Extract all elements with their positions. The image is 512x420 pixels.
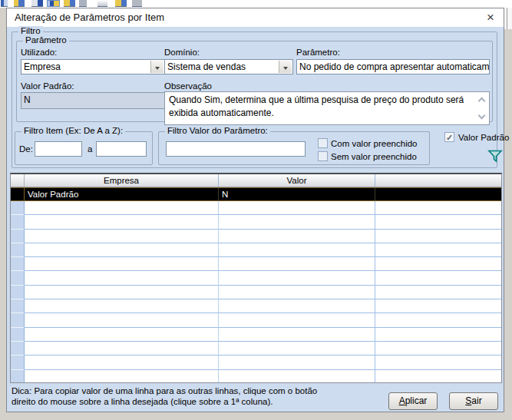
cell-empresa[interactable] (25, 328, 219, 342)
table-row[interactable] (11, 328, 501, 342)
cell-empresa[interactable] (25, 342, 219, 356)
cell-extra[interactable] (375, 370, 501, 383)
cell-extra[interactable] (375, 243, 501, 257)
cell-empresa[interactable]: Valor Padrão (25, 188, 219, 200)
cell-extra[interactable] (375, 299, 501, 313)
cell-valor[interactable] (219, 299, 375, 313)
cell-empresa[interactable] (25, 370, 219, 383)
row-selector-cell[interactable] (11, 356, 25, 369)
row-selector-cell[interactable] (11, 230, 25, 243)
row-selector-cell[interactable] (11, 215, 25, 229)
cell-extra[interactable] (375, 215, 501, 229)
cell-extra[interactable] (375, 271, 501, 285)
filter-funnel-icon[interactable] (487, 150, 503, 163)
cell-valor[interactable] (219, 313, 375, 327)
aplicar-button[interactable]: Aplicar (388, 392, 438, 410)
table-row[interactable] (11, 271, 501, 285)
table-row[interactable] (11, 356, 501, 369)
table-row[interactable] (11, 370, 501, 383)
cell-empresa[interactable] (25, 356, 219, 369)
table-row[interactable] (11, 257, 501, 271)
table-row[interactable] (11, 201, 501, 215)
cell-extra[interactable] (375, 313, 501, 327)
cell-valor[interactable] (219, 230, 375, 243)
cell-empresa[interactable] (25, 257, 219, 271)
cell-extra[interactable] (375, 356, 501, 369)
toolbar-icon-fragment[interactable] (31, 0, 43, 7)
cell-empresa[interactable] (25, 215, 219, 229)
cell-valor[interactable] (219, 257, 375, 271)
row-selector-cell[interactable] (11, 299, 25, 313)
filtro-item-a-input[interactable] (96, 141, 147, 157)
cell-valor[interactable] (219, 271, 375, 285)
toolbar-icon-fragment[interactable] (47, 0, 60, 7)
com-valor-checkbox[interactable] (318, 138, 328, 148)
row-selector-cell[interactable] (11, 243, 25, 257)
cell-valor[interactable] (219, 342, 375, 356)
cell-valor[interactable] (219, 201, 375, 215)
valor-padrao-checkbox[interactable]: ✓ (444, 132, 454, 142)
row-selector-cell[interactable] (11, 188, 25, 200)
header-empresa[interactable]: Empresa (25, 174, 219, 187)
table-row[interactable] (11, 299, 501, 313)
table-row[interactable] (11, 313, 501, 327)
cell-valor[interactable] (219, 328, 375, 342)
scroll-down-icon[interactable] (478, 112, 486, 120)
cell-extra[interactable] (375, 201, 501, 215)
cell-extra[interactable] (375, 188, 501, 200)
row-selector-cell[interactable] (11, 328, 25, 342)
table-row[interactable] (11, 230, 501, 243)
cell-empresa[interactable] (25, 286, 219, 299)
observacao-textarea[interactable]: Quando Sim, determina que a última pesqu… (164, 91, 490, 125)
cell-empresa[interactable] (25, 243, 219, 257)
row-selector-cell[interactable] (11, 201, 25, 215)
toolbar-icon-fragment[interactable] (132, 0, 142, 7)
scroll-up-icon[interactable] (478, 98, 486, 105)
toolbar-icon-fragment[interactable] (1, 0, 8, 7)
cell-empresa[interactable] (25, 230, 219, 243)
cell-extra[interactable] (375, 286, 501, 299)
close-icon[interactable]: × (487, 10, 494, 25)
filtro-valor-input[interactable] (166, 141, 306, 157)
cell-empresa[interactable] (25, 299, 219, 313)
toolbar-icon-fragment[interactable] (97, 0, 107, 7)
toolbar-icon-fragment[interactable] (14, 0, 25, 7)
cell-extra[interactable] (375, 230, 501, 243)
toolbar-icon-fragment[interactable] (115, 0, 127, 7)
cell-empresa[interactable] (25, 313, 219, 327)
dominio-combobox[interactable]: Sistema de vendas (164, 59, 293, 74)
cell-empresa[interactable] (25, 271, 219, 285)
utilizado-combobox[interactable]: Empresa (21, 59, 165, 74)
row-selector-cell[interactable] (11, 286, 25, 299)
cell-valor[interactable] (219, 243, 375, 257)
row-selector-cell[interactable] (11, 313, 25, 327)
sem-valor-checkbox[interactable] (318, 151, 328, 161)
dominio-dropdown-button[interactable] (279, 61, 292, 73)
header-selector[interactable] (11, 174, 25, 187)
table-row[interactable] (11, 342, 501, 356)
toolbar-icon-fragment[interactable] (79, 0, 87, 7)
row-selector-cell[interactable] (11, 257, 25, 271)
cell-extra[interactable] (375, 328, 501, 342)
table-row[interactable] (11, 243, 501, 257)
row-selector-cell[interactable] (11, 370, 25, 383)
cell-valor[interactable] (219, 286, 375, 299)
header-valor[interactable]: Valor (219, 174, 375, 187)
table-row[interactable] (11, 215, 501, 229)
row-selector-cell[interactable] (11, 271, 25, 285)
cell-valor[interactable]: N (219, 188, 375, 200)
cell-empresa[interactable] (25, 201, 219, 215)
cell-valor[interactable] (219, 356, 375, 369)
toolbar-icon-fragment[interactable] (64, 0, 75, 7)
table-row-selected[interactable]: Valor Padrão N (11, 187, 501, 201)
cell-valor[interactable] (219, 215, 375, 229)
sair-button[interactable]: Sair (449, 392, 498, 410)
header-extra[interactable] (375, 174, 501, 187)
utilizado-dropdown-button[interactable] (150, 61, 164, 73)
row-selector-cell[interactable] (11, 342, 25, 356)
parametro-input[interactable]: No pedido de compra apresentar automatic… (296, 59, 490, 74)
filtro-item-de-input[interactable] (35, 141, 82, 157)
cell-valor[interactable] (219, 370, 375, 383)
table-row[interactable] (11, 286, 501, 299)
cell-extra[interactable] (375, 257, 501, 271)
